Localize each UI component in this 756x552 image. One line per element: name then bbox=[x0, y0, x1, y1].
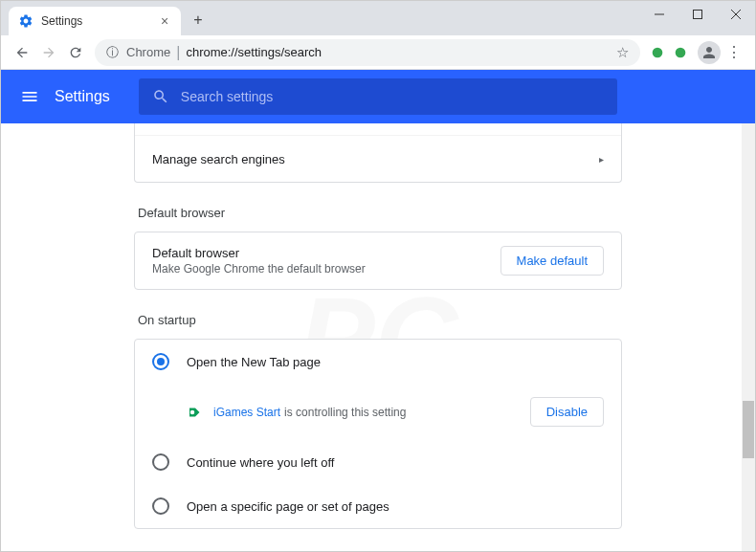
startup-option-specific-pages[interactable]: Open a specific page or set of pages bbox=[135, 484, 621, 528]
extension-logo-icon bbox=[187, 407, 204, 418]
radio-button[interactable] bbox=[152, 497, 169, 515]
site-info-icon[interactable]: ⓘ bbox=[106, 44, 119, 61]
advanced-toggle[interactable]: Advanced ▾ bbox=[134, 529, 622, 551]
reload-button[interactable] bbox=[62, 39, 89, 66]
settings-gear-icon bbox=[18, 13, 33, 29]
manage-search-engines-row[interactable]: Manage search engines ▸ bbox=[135, 136, 621, 182]
settings-search[interactable] bbox=[139, 78, 617, 115]
bookmark-star-icon[interactable]: ☆ bbox=[616, 44, 629, 61]
svg-rect-1 bbox=[694, 11, 702, 19]
browser-tab[interactable]: Settings × bbox=[9, 7, 181, 35]
profile-avatar[interactable] bbox=[698, 41, 721, 64]
extension-icon[interactable] bbox=[673, 45, 688, 60]
card-title: Default browser bbox=[152, 246, 366, 260]
search-engine-card: Manage search engines ▸ bbox=[134, 123, 622, 183]
browser-toolbar: ⓘ Chrome | chrome://settings/search ☆ ⋮ bbox=[1, 35, 755, 70]
url-path: chrome://settings/search bbox=[186, 45, 322, 59]
settings-content: PC risk.com Manage search engines ▸ Defa… bbox=[1, 123, 755, 551]
default-browser-card: Default browser Make Google Chrome the d… bbox=[134, 232, 622, 290]
section-heading-on-startup: On startup bbox=[138, 313, 622, 327]
option-label: Open the New Tab page bbox=[187, 355, 321, 369]
svg-point-6 bbox=[190, 409, 195, 414]
radio-button[interactable] bbox=[152, 353, 169, 370]
svg-point-5 bbox=[676, 47, 686, 57]
radio-button[interactable] bbox=[152, 453, 169, 471]
hamburger-menu-icon[interactable] bbox=[20, 87, 39, 106]
browser-titlebar: Settings × + bbox=[1, 1, 755, 35]
address-bar[interactable]: ⓘ Chrome | chrome://settings/search ☆ bbox=[95, 39, 640, 66]
startup-option-continue[interactable]: Continue where you left off bbox=[135, 440, 621, 484]
on-startup-card: Open the New Tab page iGames Start is co… bbox=[134, 339, 622, 529]
scrollbar[interactable] bbox=[742, 123, 755, 551]
option-label: Open a specific page or set of pages bbox=[187, 499, 389, 514]
window-minimize-button[interactable] bbox=[640, 1, 678, 28]
startup-option-new-tab[interactable]: Open the New Tab page bbox=[135, 340, 621, 384]
extension-icon[interactable] bbox=[650, 45, 665, 60]
scrollbar-thumb[interactable] bbox=[743, 401, 754, 458]
forward-button[interactable] bbox=[35, 39, 62, 66]
new-tab-button[interactable]: + bbox=[185, 7, 211, 33]
section-heading-default-browser: Default browser bbox=[138, 206, 622, 220]
chevron-right-icon: ▸ bbox=[599, 154, 604, 165]
disable-extension-button[interactable]: Disable bbox=[530, 397, 604, 427]
svg-point-4 bbox=[653, 47, 663, 57]
search-input[interactable] bbox=[181, 89, 604, 104]
tab-title: Settings bbox=[41, 14, 158, 28]
search-icon bbox=[152, 88, 169, 105]
window-close-button[interactable] bbox=[717, 1, 755, 28]
extension-name-link[interactable]: iGames Start bbox=[213, 406, 280, 419]
card-subtitle: Make Google Chrome the default browser bbox=[152, 262, 366, 276]
tab-close-icon[interactable]: × bbox=[158, 14, 171, 28]
option-label: Continue where you left off bbox=[187, 455, 334, 470]
window-maximize-button[interactable] bbox=[678, 1, 717, 28]
settings-header: Settings bbox=[1, 70, 755, 123]
url-host: Chrome bbox=[126, 45, 170, 59]
make-default-button[interactable]: Make default bbox=[500, 246, 604, 276]
page-title: Settings bbox=[55, 88, 110, 105]
extension-controlling-row: iGames Start is controlling this setting… bbox=[135, 384, 621, 440]
extension-msg: is controlling this setting bbox=[284, 406, 406, 419]
row-label: Manage search engines bbox=[152, 152, 285, 166]
back-button[interactable] bbox=[9, 39, 35, 66]
chrome-menu-button[interactable]: ⋮ bbox=[721, 43, 747, 61]
